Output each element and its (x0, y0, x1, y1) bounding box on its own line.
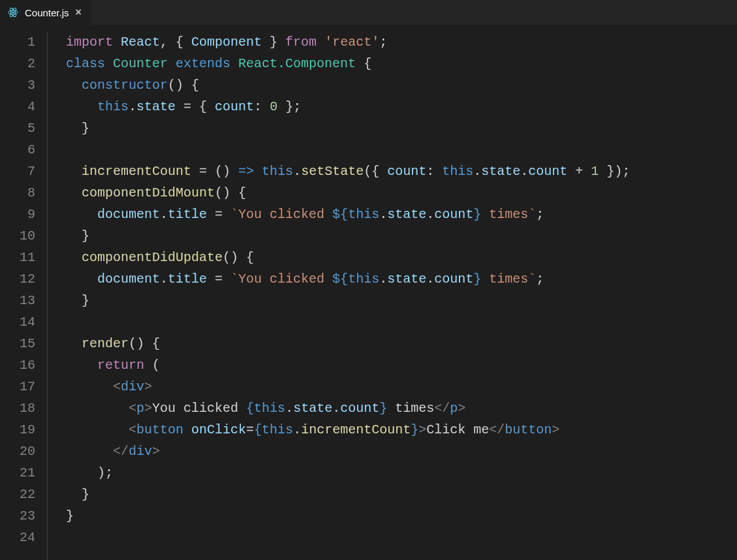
code-line[interactable]: import React, { Component } from 'react'… (66, 31, 737, 53)
code-line[interactable]: <div> (66, 376, 737, 397)
code-line[interactable]: document.title = `You clicked ${this.sta… (66, 204, 737, 225)
line-number: 14 (0, 311, 35, 333)
line-number: 12 (0, 268, 35, 290)
code-line[interactable]: this.state = { count: 0 }; (66, 96, 737, 117)
line-number: 20 (0, 441, 35, 462)
line-number: 11 (0, 247, 35, 268)
code-line[interactable]: </div> (66, 441, 737, 462)
line-number: 8 (0, 182, 35, 204)
line-number: 19 (0, 419, 35, 441)
code-line[interactable] (66, 527, 737, 548)
code-line[interactable] (66, 139, 737, 161)
code-line[interactable]: } (66, 484, 737, 505)
line-number: 10 (0, 225, 35, 247)
code-line[interactable]: componentDidUpdate() { (66, 247, 737, 268)
line-number: 4 (0, 96, 35, 117)
code-line[interactable]: class Counter extends React.Component { (66, 53, 737, 74)
code-line[interactable]: constructor() { (66, 74, 737, 96)
line-number: 2 (0, 53, 35, 74)
line-number: 1 (0, 31, 35, 53)
line-number: 15 (0, 333, 35, 354)
line-number-gutter: 1 2 3 4 5 6 7 8 9 10 11 12 13 14 15 16 1… (0, 31, 47, 560)
svg-point-0 (12, 12, 14, 14)
code-line[interactable]: <p>You clicked {this.state.count} times<… (66, 397, 737, 419)
react-file-icon (7, 6, 20, 19)
code-line[interactable]: document.title = `You clicked ${this.sta… (66, 268, 737, 290)
tab-bar: Counter.js × (0, 0, 737, 25)
code-line[interactable]: } (66, 117, 737, 139)
code-line[interactable]: <button onClick={this.incrementCount}>Cl… (66, 419, 737, 441)
line-number: 6 (0, 139, 35, 161)
code-line[interactable]: } (66, 290, 737, 311)
line-number: 17 (0, 376, 35, 397)
line-number: 16 (0, 354, 35, 376)
code-line[interactable]: } (66, 505, 737, 527)
code-line[interactable]: render() { (66, 333, 737, 354)
line-number: 23 (0, 505, 35, 527)
tab-counter-js[interactable]: Counter.js × (0, 0, 91, 25)
code-line[interactable]: return ( (66, 354, 737, 376)
code-line[interactable]: componentDidMount() { (66, 182, 737, 204)
line-number: 24 (0, 527, 35, 548)
code-line[interactable] (66, 311, 737, 333)
line-number: 3 (0, 74, 35, 96)
line-number: 13 (0, 290, 35, 311)
code-line[interactable]: incrementCount = () => this.setState({ c… (66, 161, 737, 182)
code-area[interactable]: import React, { Component } from 'react'… (47, 31, 737, 560)
line-number: 22 (0, 484, 35, 505)
line-number: 9 (0, 204, 35, 225)
code-line[interactable]: ); (66, 462, 737, 484)
line-number: 18 (0, 397, 35, 419)
line-number: 21 (0, 462, 35, 484)
close-icon[interactable]: × (74, 7, 83, 18)
tab-label: Counter.js (25, 7, 69, 18)
line-number: 5 (0, 117, 35, 139)
editor[interactable]: 1 2 3 4 5 6 7 8 9 10 11 12 13 14 15 16 1… (0, 25, 737, 560)
code-line[interactable]: } (66, 225, 737, 247)
line-number: 7 (0, 161, 35, 182)
